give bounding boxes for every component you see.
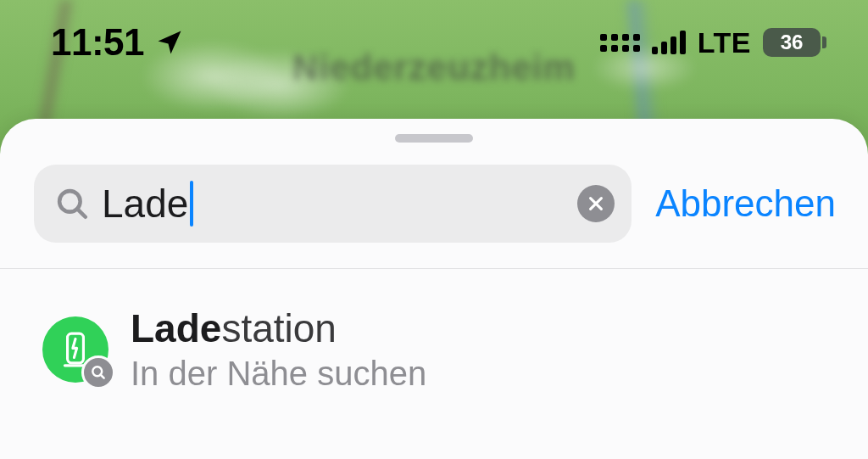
- search-input-value: Lade: [102, 181, 188, 227]
- status-bar-right: LTE 36: [600, 26, 821, 59]
- text-caret: [190, 181, 193, 227]
- search-icon: [54, 186, 90, 221]
- location-arrow-icon: [154, 27, 185, 58]
- search-row: Lade Abbrechen: [0, 143, 868, 268]
- sheet-grabber[interactable]: [395, 134, 473, 143]
- svg-line-7: [101, 374, 104, 378]
- status-bar-left: 11:51: [51, 21, 185, 64]
- suggestion-title-match: Lade: [131, 306, 221, 350]
- suggestion-subtitle: In der Nähe suchen: [131, 355, 426, 393]
- suggestion-row[interactable]: Ladestation In der Nähe suchen: [0, 269, 868, 410]
- network-type-label: LTE: [698, 26, 751, 59]
- battery-indicator: 36: [763, 28, 821, 57]
- map-background: Niederzeuzheim 11:51 LTE 36: [0, 0, 868, 459]
- svg-line-1: [77, 209, 86, 217]
- battery-percent: 36: [781, 31, 804, 54]
- clear-search-button[interactable]: [577, 185, 615, 222]
- search-input[interactable]: Lade: [102, 165, 565, 243]
- dual-sim-icon: [600, 34, 640, 52]
- status-time: 11:51: [51, 21, 144, 64]
- search-badge-icon: [81, 355, 115, 389]
- suggestion-icon: [42, 316, 108, 383]
- search-field[interactable]: Lade: [34, 165, 632, 243]
- close-icon: [587, 194, 605, 213]
- status-bar: 11:51 LTE 36: [0, 0, 868, 85]
- suggestion-text: Ladestation In der Nähe suchen: [131, 306, 426, 393]
- cancel-button[interactable]: Abbrechen: [655, 182, 839, 225]
- search-sheet[interactable]: Lade Abbrechen: [0, 119, 868, 459]
- suggestion-title-rest: station: [221, 306, 337, 350]
- suggestion-title: Ladestation: [131, 306, 426, 351]
- cellular-signal-icon: [652, 31, 686, 54]
